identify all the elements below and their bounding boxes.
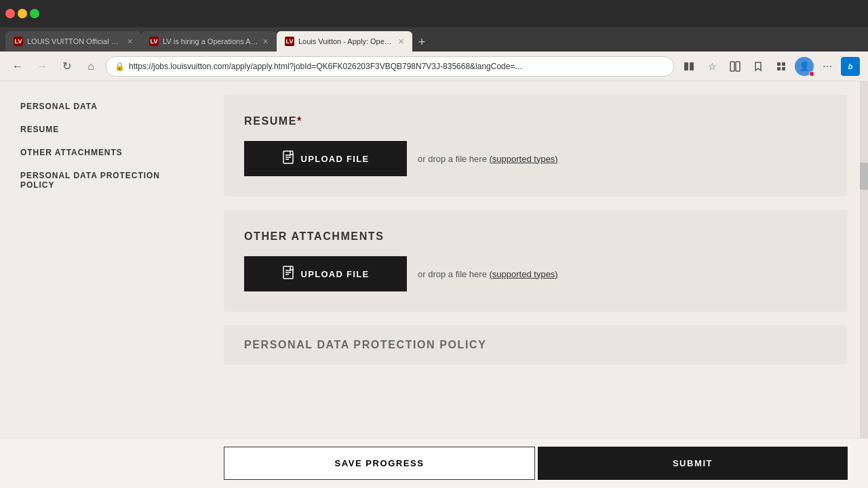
tab-favicon-1: LV bbox=[14, 37, 23, 46]
url-text: https://jobs.louisvuitton.com/apply/appl… bbox=[129, 62, 521, 71]
page-content: PERSONAL DATA RESUME OTHER ATTACHMENTS P… bbox=[0, 81, 868, 488]
tab-label-1: LOUIS VUITTON Official USA We... bbox=[27, 37, 123, 45]
tab-favicon-3: LV bbox=[285, 37, 294, 46]
bottom-action-bar: SAVE PROGRESS SUBMIT bbox=[0, 438, 868, 488]
other-attachments-upload-button[interactable]: UPLOAD FILE bbox=[244, 256, 407, 291]
other-attachments-upload-label: UPLOAD FILE bbox=[301, 269, 370, 279]
upload-file-icon-resume bbox=[282, 150, 294, 167]
tab-favicon-2: LV bbox=[149, 37, 159, 46]
reader-view-button[interactable] bbox=[679, 57, 698, 76]
resume-drop-text: or drop a file here (supported types) bbox=[418, 154, 558, 164]
window-close-button[interactable] bbox=[5, 9, 15, 18]
sidebar-item-personal-data[interactable]: PERSONAL DATA bbox=[20, 102, 197, 111]
resume-supported-types-link[interactable]: (supported types) bbox=[490, 154, 558, 164]
ellipsis-icon: ⋯ bbox=[823, 61, 832, 72]
profile-icon[interactable]: 👤 bbox=[795, 57, 814, 76]
tab-louisvuitton-official[interactable]: LV LOUIS VUITTON Official USA We... ✕ bbox=[5, 31, 141, 52]
resume-section-title: RESUME* bbox=[244, 115, 827, 127]
refresh-icon: ↻ bbox=[62, 60, 71, 73]
resume-required-star: * bbox=[297, 115, 302, 127]
resume-upload-button[interactable]: UPLOAD FILE bbox=[244, 141, 407, 176]
split-screen-button[interactable] bbox=[726, 57, 745, 76]
svg-rect-7 bbox=[782, 67, 785, 70]
bing-icon[interactable]: b bbox=[841, 57, 860, 76]
page-scrollbar[interactable] bbox=[860, 81, 868, 488]
save-progress-button[interactable]: SAVE PROGRESS bbox=[224, 447, 535, 480]
forward-button[interactable]: → bbox=[33, 57, 52, 76]
tab-close-2[interactable]: ✕ bbox=[262, 37, 269, 46]
profile-letter: 👤 bbox=[799, 61, 810, 71]
sidebar: PERSONAL DATA RESUME OTHER ATTACHMENTS P… bbox=[0, 81, 210, 488]
bookmarks-button[interactable] bbox=[749, 57, 768, 76]
sidebar-item-pdp-label: PERSONAL DATA PROTECTION POLICY bbox=[20, 171, 160, 190]
tab-close-1[interactable]: ✕ bbox=[127, 37, 133, 46]
sidebar-item-pdp[interactable]: PERSONAL DATA PROTECTION POLICY bbox=[20, 171, 197, 190]
window-maximize-button[interactable] bbox=[30, 9, 39, 18]
new-tab-button[interactable]: + bbox=[412, 33, 431, 52]
svg-rect-4 bbox=[777, 62, 781, 66]
pdp-section: PERSONAL DATA PROTECTION POLICY bbox=[224, 325, 848, 365]
tab-lv-hiring[interactable]: LV LV is hiring a Operations Associa... … bbox=[141, 31, 277, 52]
lock-icon: 🔒 bbox=[115, 62, 125, 71]
main-area: RESUME* UPLOAD FILE or drop a file here bbox=[210, 81, 868, 488]
home-icon: ⌂ bbox=[87, 60, 94, 73]
resume-section: RESUME* UPLOAD FILE or drop a file here bbox=[224, 95, 848, 197]
extensions-button[interactable] bbox=[772, 57, 791, 76]
tab-bar: LV LOUIS VUITTON Official USA We... ✕ LV… bbox=[0, 27, 868, 52]
svg-rect-0 bbox=[684, 62, 688, 70]
other-attachments-upload-row: UPLOAD FILE or drop a file here (support… bbox=[244, 256, 827, 291]
back-button[interactable]: ← bbox=[8, 57, 27, 76]
svg-rect-6 bbox=[777, 67, 781, 70]
bing-letter: b bbox=[848, 62, 853, 70]
window-minimize-button[interactable] bbox=[18, 9, 27, 18]
other-attachments-supported-types-link[interactable]: (supported types) bbox=[490, 269, 558, 279]
tab-label-3: Louis Vuitton - Apply: Operation... bbox=[298, 37, 394, 45]
sidebar-item-other-attachments-label: OTHER ATTACHMENTS bbox=[20, 148, 123, 157]
profile-notification-dot bbox=[809, 71, 814, 77]
favorites-button[interactable]: ☆ bbox=[703, 57, 722, 76]
page-scrollbar-thumb[interactable] bbox=[860, 163, 868, 190]
svg-rect-1 bbox=[690, 62, 694, 70]
other-attachments-section: OTHER ATTACHMENTS UPLOAD FILE or drop a … bbox=[224, 210, 848, 312]
other-attachments-section-title: OTHER ATTACHMENTS bbox=[244, 230, 827, 243]
svg-rect-2 bbox=[730, 62, 734, 71]
pdp-section-title: PERSONAL DATA PROTECTION POLICY bbox=[244, 339, 827, 351]
submit-button[interactable]: SUBMIT bbox=[538, 447, 848, 480]
refresh-button[interactable]: ↻ bbox=[57, 57, 76, 76]
resume-upload-label: UPLOAD FILE bbox=[301, 154, 370, 164]
sidebar-item-other-attachments[interactable]: OTHER ATTACHMENTS bbox=[20, 148, 197, 157]
other-attachments-drop-text: or drop a file here (supported types) bbox=[418, 269, 558, 279]
resume-upload-row: UPLOAD FILE or drop a file here (support… bbox=[244, 141, 827, 176]
star-icon: ☆ bbox=[708, 61, 717, 72]
toolbar-icons: ☆ 👤 ⋯ b bbox=[679, 57, 860, 76]
window-controls bbox=[5, 9, 39, 18]
sidebar-item-resume[interactable]: RESUME bbox=[20, 125, 197, 134]
svg-rect-5 bbox=[782, 62, 785, 66]
home-button[interactable]: ⌂ bbox=[81, 57, 100, 76]
sidebar-item-resume-label: RESUME bbox=[20, 125, 59, 134]
back-icon: ← bbox=[12, 60, 23, 73]
upload-file-icon-attachments bbox=[282, 266, 294, 282]
more-options-button[interactable]: ⋯ bbox=[818, 57, 837, 76]
forward-icon: → bbox=[37, 60, 47, 73]
tab-label-2: LV is hiring a Operations Associa... bbox=[163, 37, 258, 45]
address-bar-row: ← → ↻ ⌂ 🔒 https://jobs.louisvuitton.com/… bbox=[0, 52, 868, 81]
browser-titlebar bbox=[0, 0, 868, 27]
tab-close-3[interactable]: ✕ bbox=[398, 37, 404, 46]
sidebar-item-personal-data-label: PERSONAL DATA bbox=[20, 102, 98, 111]
address-bar[interactable]: 🔒 https://jobs.louisvuitton.com/apply/ap… bbox=[106, 56, 674, 77]
svg-rect-3 bbox=[736, 62, 740, 71]
tab-apply-operations[interactable]: LV Louis Vuitton - Apply: Operation... ✕ bbox=[277, 31, 412, 52]
